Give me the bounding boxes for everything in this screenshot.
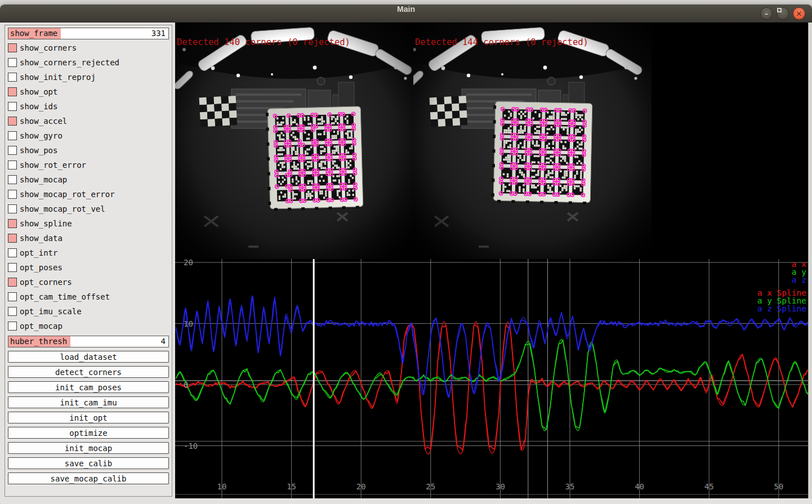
checkbox-show_accel[interactable] bbox=[8, 117, 17, 126]
checkbox-show_mocap_rot_vel[interactable] bbox=[8, 204, 17, 213]
huber-thresh-field[interactable]: huber_thresh4 bbox=[8, 336, 169, 347]
checkbox-row-show_ids[interactable]: show_ids bbox=[8, 101, 169, 111]
checkbox-row-show_mocap[interactable]: show_mocap bbox=[8, 175, 169, 184]
checkbox-row-opt_corners[interactable]: opt_corners bbox=[8, 277, 169, 287]
maximize-button[interactable] bbox=[777, 7, 789, 20]
checkbox-row-show_corners[interactable]: show_corners bbox=[8, 43, 169, 52]
checkbox-opt_imu_scale[interactable] bbox=[8, 307, 17, 316]
checkbox-opt_corners[interactable] bbox=[8, 278, 17, 287]
checkbox-row-show_corners_rejected[interactable]: show_corners_rejected bbox=[8, 57, 169, 67]
sidebar-panel: show_frame331show_cornersshow_corners_re… bbox=[5, 25, 172, 497]
x-tick-label: 45 bbox=[704, 482, 714, 491]
y-tick-label: 0 bbox=[184, 380, 188, 389]
imu-plot[interactable]: 10152025303540455020100-10a xa ya za x S… bbox=[175, 259, 808, 498]
show-frame-field[interactable]: show_frame331 bbox=[8, 28, 169, 39]
optimize-button[interactable]: optimize bbox=[8, 427, 169, 439]
camera-row-filler bbox=[652, 23, 808, 259]
save_mocap_calib-button[interactable]: save_mocap_calib bbox=[8, 472, 169, 484]
checkbox-show_mocap[interactable] bbox=[8, 175, 17, 184]
close-button[interactable]: ✕ bbox=[793, 7, 805, 20]
checkbox-row-show_data[interactable]: show_data bbox=[8, 233, 169, 243]
checkbox-row-show_spline[interactable]: show_spline bbox=[8, 218, 169, 228]
x-tick-label: 35 bbox=[565, 482, 575, 491]
init_opt-button[interactable]: init_opt bbox=[8, 412, 169, 423]
y-tick-label: -10 bbox=[184, 441, 198, 451]
checkbox-opt_cam_time_offset[interactable] bbox=[8, 292, 17, 301]
x-tick-label: 20 bbox=[356, 482, 366, 491]
y-tick-label: 10 bbox=[184, 319, 193, 328]
detected-corners-overlay: Detected 140 corners (0 rejected) bbox=[177, 37, 350, 47]
checkbox-show_ids[interactable] bbox=[8, 102, 17, 111]
checkbox-show_rot_error[interactable] bbox=[8, 160, 17, 170]
checkbox-show_corners[interactable] bbox=[8, 43, 17, 52]
checkbox-show_init_reproj[interactable] bbox=[8, 73, 17, 82]
show-frame-value: 331 bbox=[61, 28, 168, 39]
x-tick-label: 10 bbox=[217, 482, 227, 491]
window-controls: – ✕ bbox=[760, 7, 805, 20]
checkbox-label: opt_poses bbox=[20, 263, 63, 272]
huber-thresh-value: 4 bbox=[70, 336, 168, 347]
checkbox-label: show_spline bbox=[20, 219, 72, 228]
checkbox-label: opt_mocap bbox=[20, 322, 63, 331]
checkbox-row-opt_mocap[interactable]: opt_mocap bbox=[8, 321, 169, 331]
checkbox-show_gyro[interactable] bbox=[8, 131, 17, 140]
checkbox-show_spline[interactable] bbox=[8, 219, 17, 228]
init_cam_poses-button[interactable]: init_cam_poses bbox=[8, 381, 169, 393]
checkbox-row-opt_imu_scale[interactable]: opt_imu_scale bbox=[8, 306, 169, 316]
checkbox-show_corners_rejected[interactable] bbox=[8, 58, 17, 67]
checkbox-row-show_accel[interactable]: show_accel bbox=[8, 116, 169, 126]
checkbox-row-show_mocap_rot_vel[interactable]: show_mocap_rot_vel bbox=[8, 204, 169, 213]
legend-item: a z bbox=[792, 275, 806, 284]
camera-view-0: Detected 140 corners (0 rejected) bbox=[175, 23, 413, 259]
checkbox-row-show_gyro[interactable]: show_gyro bbox=[8, 131, 169, 140]
checkbox-opt_poses[interactable] bbox=[8, 263, 17, 272]
init_cam_imu-button[interactable]: init_cam_imu bbox=[8, 396, 169, 408]
checkbox-label: show_rot_error bbox=[20, 160, 86, 170]
checkbox-label: show_pos bbox=[20, 146, 57, 155]
y-tick-label: 20 bbox=[184, 259, 193, 267]
checkbox-row-show_mocap_rot_error[interactable]: show_mocap_rot_error bbox=[8, 189, 169, 199]
x-tick-label: 50 bbox=[774, 482, 783, 491]
minimize-button[interactable]: – bbox=[760, 7, 773, 20]
titlebar[interactable]: Main – ✕ bbox=[0, 5, 812, 23]
checkbox-label: show_corners_rejected bbox=[20, 58, 119, 67]
checkbox-opt_intr[interactable] bbox=[8, 248, 17, 257]
x-tick-label: 40 bbox=[635, 482, 644, 491]
checkbox-label: show_mocap bbox=[20, 175, 67, 184]
x-tick-label: 15 bbox=[287, 482, 296, 491]
checkbox-label: show_data bbox=[20, 234, 63, 243]
maximize-icon bbox=[777, 8, 788, 19]
checkbox-row-show_pos[interactable]: show_pos bbox=[8, 145, 169, 155]
save_calib-button[interactable]: save_calib bbox=[8, 457, 169, 469]
checkbox-show_opt[interactable] bbox=[8, 87, 17, 96]
checkbox-show_pos[interactable] bbox=[8, 146, 17, 155]
window-right-border bbox=[808, 23, 812, 498]
huber-thresh-label: huber_thresh bbox=[8, 336, 70, 347]
checkbox-row-show_rot_error[interactable]: show_rot_error bbox=[8, 160, 169, 170]
checkbox-label: show_corners bbox=[20, 43, 77, 52]
close-icon: ✕ bbox=[793, 8, 805, 19]
checkbox-label: opt_cam_time_offset bbox=[20, 292, 110, 301]
checkbox-row-opt_cam_time_offset[interactable]: opt_cam_time_offset bbox=[8, 292, 169, 301]
detect_corners-button[interactable]: detect_corners bbox=[8, 366, 169, 378]
checkbox-label: opt_corners bbox=[20, 278, 72, 287]
checkbox-label: show_mocap_rot_error bbox=[20, 190, 115, 199]
checkbox-label: show_ids bbox=[20, 102, 57, 111]
checkbox-opt_mocap[interactable] bbox=[8, 322, 17, 331]
checkbox-label: show_accel bbox=[20, 117, 67, 126]
detected-corners-overlay: Detected 144 corners (0 rejected) bbox=[415, 37, 588, 47]
checkbox-label: show_gyro bbox=[20, 131, 63, 140]
load_dataset-button[interactable]: load_dataset bbox=[8, 351, 169, 363]
checkbox-show_data[interactable] bbox=[8, 234, 17, 243]
checkbox-row-opt_poses[interactable]: opt_poses bbox=[8, 262, 169, 272]
main-area: show_frame331show_cornersshow_corners_re… bbox=[0, 23, 812, 498]
checkbox-label: show_init_reproj bbox=[20, 73, 96, 82]
init_mocap-button[interactable]: init_mocap bbox=[8, 442, 169, 454]
checkbox-show_mocap_rot_error[interactable] bbox=[8, 190, 17, 199]
camera-views: Detected 140 corners (0 rejected) Detect… bbox=[175, 23, 808, 259]
checkbox-label: show_opt bbox=[20, 87, 57, 96]
checkbox-row-show_init_reproj[interactable]: show_init_reproj bbox=[8, 72, 169, 82]
checkbox-row-opt_intr[interactable]: opt_intr bbox=[8, 248, 169, 257]
x-tick-label: 25 bbox=[426, 482, 435, 491]
checkbox-row-show_opt[interactable]: show_opt bbox=[8, 87, 169, 96]
